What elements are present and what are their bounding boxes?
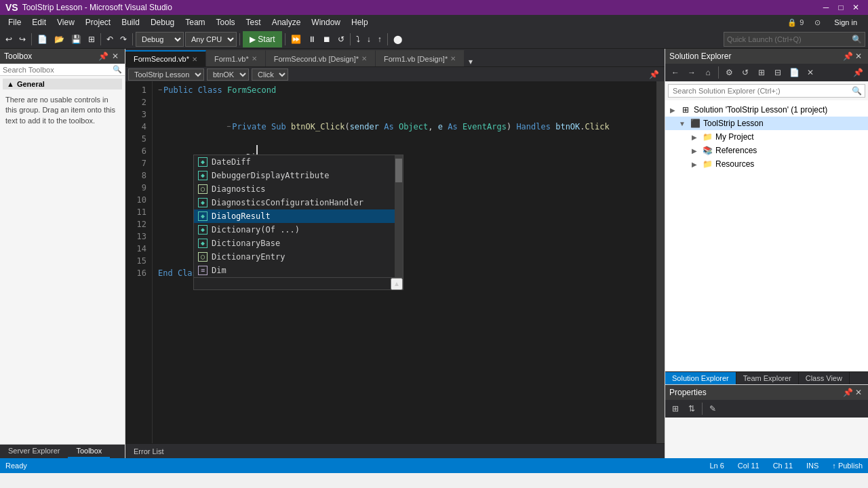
properties-close-button[interactable]: ✕ <box>853 387 864 398</box>
solution-search-input[interactable] <box>671 85 852 96</box>
ac-item-dictionary[interactable]: ◆ Dictionary(Of ...) <box>194 223 395 237</box>
member-dropdown[interactable]: btnOK <box>207 68 249 81</box>
prop-grid-btn[interactable]: ⊞ <box>668 401 683 416</box>
start-button[interactable]: ▶ Start <box>243 31 282 47</box>
menu-debug[interactable]: Debug <box>145 15 180 30</box>
ac-item-dialogresult[interactable]: ◆ DialogResult <box>194 209 395 223</box>
sol-toolbar-collapse[interactable]: ⊟ <box>770 65 785 80</box>
tab-form1-vb[interactable]: Form1.vb* ✕ <box>206 50 266 66</box>
tab-form1-design-close[interactable]: ✕ <box>450 55 456 62</box>
breakpoint-btn[interactable]: ⬤ <box>391 31 405 47</box>
solution-explorer-tab[interactable]: Solution Explorer <box>665 372 736 384</box>
debug-config-dropdown[interactable]: Debug Release <box>136 32 184 47</box>
stop-btn[interactable]: ⏹ <box>320 31 334 47</box>
tab-formsecond-vb[interactable]: FormSecond.vb* ✕ <box>125 50 206 66</box>
solution-close-button[interactable]: ✕ <box>853 51 864 62</box>
attach-btn[interactable]: ⏩ <box>288 31 304 47</box>
ac-item-dictbase[interactable]: ◆ DictionaryBase <box>194 237 395 250</box>
tree-references[interactable]: ▶ 📚 References <box>665 144 868 157</box>
ac-expand-button[interactable]: ▲ <box>391 278 403 290</box>
code-text-area[interactable]: − Public Class FormSecond − Private Sub … <box>153 81 656 443</box>
expand-1[interactable]: − <box>158 84 162 96</box>
menu-test[interactable]: Test <box>241 15 267 30</box>
prop-pencil-btn[interactable]: ✎ <box>705 401 720 416</box>
toolbox-close-button[interactable]: ✕ <box>110 51 121 62</box>
signin-button[interactable]: Sign in <box>826 18 865 26</box>
tree-resources[interactable]: ▶ 📁 Resources <box>665 157 868 171</box>
menu-build[interactable]: Build <box>116 15 145 30</box>
pause-btn[interactable]: ⏸ <box>305 31 319 47</box>
ac-item-dictentry[interactable]: ◯ DictionaryEntry <box>194 250 395 264</box>
platform-dropdown[interactable]: Any CPU x86 x64 <box>185 32 237 47</box>
step-into[interactable]: ↓ <box>364 31 374 47</box>
ac-scrollbar[interactable] <box>395 155 403 277</box>
menu-file[interactable]: File <box>3 15 26 30</box>
tab-overflow-button[interactable]: ▾ <box>465 57 477 66</box>
menu-project[interactable]: Project <box>80 15 116 30</box>
toolbox-general-header[interactable]: ▲ General <box>3 79 122 89</box>
step-out[interactable]: ↑ <box>375 31 384 47</box>
toolbar-undo[interactable]: ↶ <box>104 31 116 47</box>
ac-item-debugger[interactable]: ◆ DebuggerDisplayAttribute <box>194 169 395 182</box>
error-list-tab[interactable]: Error List <box>125 445 172 458</box>
tab-formsecond-design[interactable]: FormSecond.vb [Design]* ✕ <box>266 50 376 66</box>
class-view-tab[interactable]: Class View <box>799 372 850 384</box>
menu-edit[interactable]: Edit <box>26 15 52 30</box>
minimize-button[interactable]: ─ <box>819 1 833 14</box>
toolbar-open[interactable]: 📂 <box>52 31 67 47</box>
tab-form1-design[interactable]: Form1.vb [Design]* ✕ <box>376 50 465 66</box>
sol-toolbar-properties[interactable]: 📄 <box>787 65 802 80</box>
expand-4[interactable]: − <box>226 121 231 133</box>
tree-project[interactable]: ▼ ⬛ ToolStrip Lesson <box>665 117 868 130</box>
quick-launch-input[interactable] <box>727 35 849 43</box>
sol-toolbar-settings[interactable]: ⚙ <box>722 65 736 80</box>
server-explorer-tab[interactable]: Server Explorer <box>0 445 68 458</box>
ac-item-dim[interactable]: ≡ Dim <box>194 264 395 277</box>
properties-pin-button[interactable]: 📌 <box>842 387 853 398</box>
tab-formsecond-design-close[interactable]: ✕ <box>361 55 367 62</box>
menu-window[interactable]: Window <box>306 15 346 30</box>
toolbox-search-input[interactable] <box>3 66 113 74</box>
toolbar-new[interactable]: 📄 <box>35 31 50 47</box>
status-publish[interactable]: ↑ Publish <box>832 462 863 470</box>
tree-my-project[interactable]: ▶ 📁 My Project <box>665 130 868 144</box>
toolbar-save[interactable]: 💾 <box>68 31 84 47</box>
sol-toolbar-pin[interactable]: 📌 <box>850 65 865 80</box>
toolbar-back[interactable]: ↩ <box>3 31 15 47</box>
toolbar-save-all[interactable]: ⊞ <box>85 31 98 47</box>
sol-toolbar-fwd[interactable]: → <box>684 65 699 80</box>
toolbox-tab[interactable]: Toolbox <box>68 445 110 458</box>
tree-solution[interactable]: ▶ ⊞ Solution 'ToolStrip Lesson' (1 proje… <box>665 103 868 117</box>
toolbox-pin-button[interactable]: 📌 <box>98 51 108 62</box>
ac-item-diagconfig[interactable]: ◆ DiagnosticsConfigurationHandler <box>194 196 395 209</box>
menu-team[interactable]: Team <box>180 15 210 30</box>
code-nav-pin-button[interactable]: 📌 <box>646 70 662 79</box>
menu-tools[interactable]: Tools <box>211 15 241 30</box>
menu-analyze[interactable]: Analyze <box>267 15 307 30</box>
ac-item-datediff[interactable]: ◆ DateDiff <box>194 155 395 169</box>
event-dropdown[interactable]: Click <box>252 68 288 81</box>
team-explorer-tab[interactable]: Team Explorer <box>736 372 799 384</box>
menu-help[interactable]: Help <box>346 15 374 30</box>
prop-sort-btn[interactable]: ⇅ <box>684 401 699 416</box>
toolbar-fwd[interactable]: ↪ <box>16 31 28 47</box>
menu-view[interactable]: View <box>52 15 80 30</box>
sol-toolbar-home[interactable]: ⌂ <box>701 65 715 80</box>
restart-btn[interactable]: ↺ <box>335 31 347 47</box>
sol-toolbar-back[interactable]: ← <box>668 65 683 80</box>
maximize-button[interactable]: □ <box>834 1 848 14</box>
solution-pin-button[interactable]: 📌 <box>842 51 853 62</box>
class-dropdown[interactable]: ToolStrip Lesson <box>128 68 204 81</box>
ac-item-diagnostics[interactable]: ◯ Diagnostics <box>194 182 395 196</box>
ac-scroll-handle[interactable] <box>395 159 402 182</box>
sol-toolbar-refresh[interactable]: ↺ <box>738 65 753 80</box>
sol-toolbar-close[interactable]: ✕ <box>803 65 818 80</box>
editor-scrollbar[interactable] <box>656 81 665 443</box>
tab-formsecond-close[interactable]: ✕ <box>192 56 197 63</box>
toolbar-redo[interactable]: ↷ <box>117 31 130 47</box>
sol-toolbar-expand[interactable]: ⊞ <box>754 65 769 80</box>
step-over[interactable]: ⤵ <box>353 31 363 47</box>
feedback-icon[interactable]: ⊙ <box>809 18 826 27</box>
close-button[interactable]: ✕ <box>849 1 863 14</box>
tab-form1-close[interactable]: ✕ <box>252 55 257 62</box>
